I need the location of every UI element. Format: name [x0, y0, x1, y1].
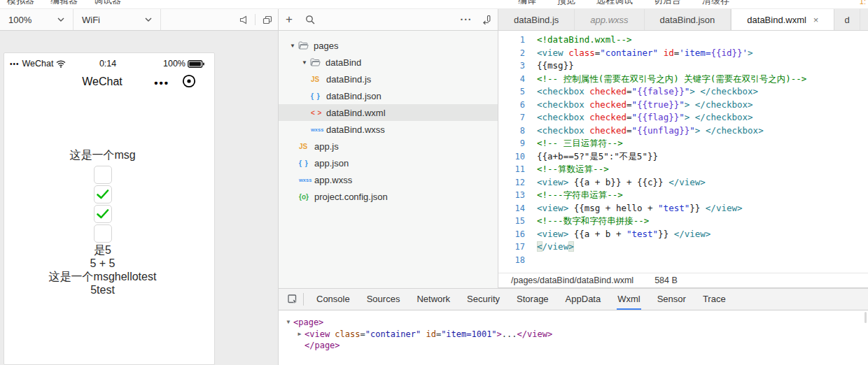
tab-label: d — [844, 15, 849, 25]
tree-item-app-js[interactable]: JSapp.js — [279, 138, 498, 155]
page-content: 这是一个msg是55 + 5这是一个msghellotest5test — [4, 148, 201, 296]
editor-tab[interactable]: dataBind.wxml× — [731, 9, 834, 30]
devtools-tab-security[interactable]: Security — [458, 289, 508, 310]
tree-item-app-json[interactable]: { }app.json — [279, 155, 498, 171]
caret-down-icon[interactable]: ▼ — [287, 43, 298, 49]
zoom-dropdown[interactable]: 100% — [0, 9, 74, 30]
caret-collapsed-icon[interactable]: ▶ — [295, 329, 304, 341]
line-number: 17 — [498, 241, 525, 254]
debugger-panel: ConsoleSourcesNetworkSecurityStorageAppD… — [278, 288, 868, 365]
checkbox-unchecked[interactable] — [94, 224, 112, 243]
caret-down-icon[interactable]: ▼ — [299, 59, 310, 66]
menu-item[interactable]: 调试器 — [94, 0, 121, 7]
tree-item-dataBind[interactable]: ▼dataBind — [279, 54, 498, 71]
menu-item[interactable]: 切后台 — [654, 0, 681, 7]
more-options-button[interactable]: ··· — [456, 9, 477, 30]
code-text: <checkbox checked="{{false}}"> </checkbo… — [525, 85, 758, 99]
wxml-node[interactable]: ▶<view class="container" id="item=1001">… — [284, 329, 868, 341]
code-text: <view class="container" id='item={{id}}'… — [525, 47, 753, 60]
devtools-tab-appdata[interactable]: AppData — [557, 289, 610, 310]
tree-item-dataBind-wxss[interactable]: wxssdataBind.wxss — [279, 121, 498, 138]
add-file-button[interactable]: + — [279, 9, 300, 30]
checkbox-checked[interactable] — [94, 205, 112, 223]
zoom-value: 100% — [8, 15, 31, 25]
editor-tab[interactable]: app.wxss — [575, 9, 644, 30]
toolbar-row: 100% WiFi + ··· — [0, 9, 868, 31]
editor-tab[interactable]: dataBind.js — [498, 9, 575, 30]
phone-screen: ••• WeChat 0:14 100% WeChat ••• 这是一个msg是… — [4, 52, 215, 365]
menu-item[interactable]: 编辑器 — [50, 0, 78, 7]
checkbox-checked[interactable] — [94, 185, 112, 203]
capsule-menu-icon[interactable]: ••• — [154, 77, 169, 89]
code-text: <!--算数运算--> — [525, 163, 609, 176]
wxml-node[interactable]: </page> — [284, 340, 868, 352]
line-number: 13 — [498, 189, 525, 202]
menu-item[interactable]: 清缓存 — [702, 0, 729, 7]
network-value: WiFi — [82, 15, 100, 25]
tree-item-dataBind-js[interactable]: JSdataBind.js — [279, 71, 498, 87]
tab-label: dataBind.json — [660, 15, 715, 25]
devtools-tab-sources[interactable]: Sources — [358, 289, 409, 310]
plus-icon: + — [286, 13, 293, 27]
check-icon — [97, 209, 109, 219]
line-number: 5 — [498, 85, 525, 99]
file-label: dataBind.js — [326, 74, 371, 85]
folder-icon — [298, 41, 314, 50]
phone-statusbar: ••• WeChat 0:14 100% — [4, 53, 214, 69]
devtools-tab-wxml[interactable]: Wxml — [609, 289, 649, 310]
devtools-tab-trace[interactable]: Trace — [694, 289, 734, 310]
capsule-home-icon[interactable] — [182, 74, 196, 88]
caret-spacer — [295, 340, 304, 352]
simulator-panel: ••• WeChat 0:14 100% WeChat ••• 这是一个msg是… — [0, 31, 278, 365]
devtools-tab-storage[interactable]: Storage — [508, 289, 557, 310]
code-line: 5<checkbox checked="{{false}}"> </checkb… — [498, 85, 868, 99]
filetype-js-icon: JS — [299, 143, 314, 150]
carrier-label: WeChat — [22, 59, 54, 69]
tree-item-project-config-json[interactable]: {o}project.config.json — [279, 188, 498, 205]
devtools-tab-console[interactable]: Console — [308, 289, 358, 310]
line-number: 7 — [498, 111, 525, 124]
result-text: 这是一个msghellotest — [49, 270, 157, 283]
wifi-icon — [56, 60, 66, 68]
editor-tab[interactable]: dataBind.json — [645, 9, 732, 30]
code-text: <!---字符串运算--> — [525, 189, 623, 202]
code-line: 8<checkbox checked="{{unflag}}"> </check… — [498, 124, 868, 138]
code-line: 1<!dataBind.wxml--> — [498, 34, 868, 47]
tree-item-pages[interactable]: ▼pages — [279, 37, 498, 54]
line-number: 6 — [498, 99, 525, 112]
wxml-node[interactable]: ▼<page> — [284, 317, 868, 329]
code-line: 4<!-- 控制属性(需要在双引号之内) 关键字(需要在双引号之内)--> — [498, 73, 868, 86]
code-line: 6<checkbox checked="{{true}}"> </checkbo… — [498, 99, 868, 112]
editor-tab[interactable]: d — [834, 9, 860, 30]
caret-expanded-icon[interactable]: ▼ — [284, 317, 293, 329]
sound-icon[interactable] — [239, 15, 248, 24]
menu-item[interactable]: 模拟器 — [7, 0, 34, 7]
menu-item[interactable]: 预览 — [557, 0, 575, 7]
inspect-icon — [288, 294, 298, 305]
code-text: <view> {{a + b + "test"}} </view> — [525, 228, 710, 241]
tree-item-dataBind-wxml[interactable]: < >dataBind.wxml — [279, 104, 498, 121]
collapse-panel-icon — [482, 15, 493, 24]
search-button[interactable] — [300, 9, 321, 30]
multi-window-icon[interactable] — [262, 15, 272, 24]
code-editor[interactable]: 1<!dataBind.wxml-->2<view class="contain… — [498, 31, 868, 273]
tab-label: AppData — [565, 289, 602, 310]
tab-label: dataBind.js — [514, 15, 559, 25]
network-dropdown[interactable]: WiFi — [74, 9, 161, 30]
menu-item[interactable]: 编译 — [518, 0, 536, 7]
menu-item[interactable]: 远程调试 — [596, 0, 633, 7]
devtools-tab-network[interactable]: Network — [408, 289, 458, 310]
checkbox-unchecked[interactable] — [94, 166, 112, 184]
tree-item-app-wxss[interactable]: wxssapp.wxss — [279, 171, 498, 188]
inspect-element-button[interactable] — [282, 289, 303, 310]
tree-item-dataBind-json[interactable]: { }dataBind.json — [279, 87, 498, 104]
file-label: dataBind.json — [326, 91, 382, 101]
collapse-panel-button[interactable] — [477, 9, 498, 30]
code-text: {{msg}} — [525, 59, 574, 73]
scrollbar[interactable] — [864, 312, 867, 323]
close-icon[interactable]: × — [813, 15, 819, 25]
chevron-down-icon — [57, 17, 64, 22]
code-line: 16<view> {{a + b + "test"}} </view> — [498, 228, 868, 241]
menu-corner-fragment: 1: — [860, 0, 866, 6]
devtools-tab-sensor[interactable]: Sensor — [649, 289, 694, 310]
